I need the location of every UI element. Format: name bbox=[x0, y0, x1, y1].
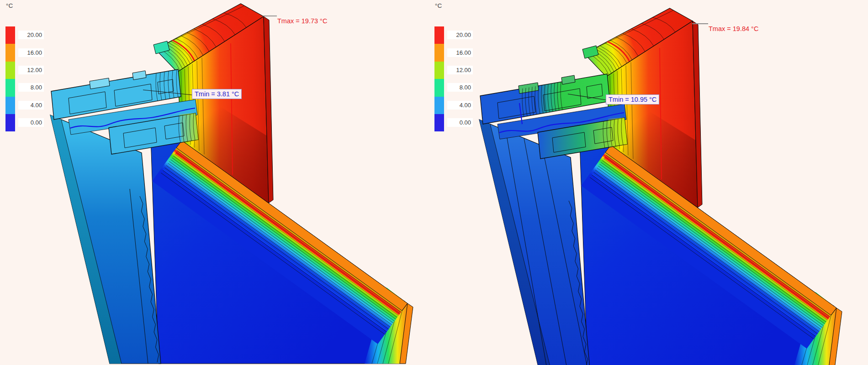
color-scale-segment bbox=[434, 26, 444, 44]
color-scale-value: 12.00 bbox=[447, 66, 473, 74]
simulation-panel-left: °C 20.0016.0012.008.004.000.00 Tmax = 19… bbox=[0, 0, 434, 365]
scene-root bbox=[479, 8, 842, 365]
color-scale-value: 0.00 bbox=[18, 118, 44, 127]
color-scale-value: 4.00 bbox=[447, 101, 473, 110]
color-scale-value: 12.00 bbox=[18, 66, 44, 74]
temperature-color-scale: 20.0016.0012.008.004.000.00 bbox=[434, 26, 494, 131]
simulation-panel-right: °C 20.0016.0012.008.004.000.00 Tmax = 19… bbox=[429, 0, 868, 365]
color-scale-value: 20.00 bbox=[18, 31, 44, 39]
color-scale-value: 20.00 bbox=[447, 31, 473, 39]
color-scale-segment bbox=[5, 44, 15, 61]
sash-warm-edge bbox=[179, 113, 198, 142]
color-scale-segment bbox=[434, 114, 444, 131]
color-scale-segment bbox=[434, 62, 444, 79]
tmax-annotation: Tmax = 19.84 °C bbox=[709, 25, 758, 33]
color-scale-value: 0.00 bbox=[447, 118, 473, 127]
thermal-comparison-stage: °C 20.0016.0012.008.004.000.00 Tmax = 19… bbox=[0, 0, 868, 365]
scene-root bbox=[50, 4, 413, 364]
color-scale-segment bbox=[5, 26, 15, 44]
tmin-annotation: Tmin = 10.95 °C bbox=[606, 94, 659, 104]
thermal-scene-right bbox=[429, 0, 868, 365]
legend-unit-label: °C bbox=[6, 2, 13, 9]
color-scale-segment bbox=[434, 44, 444, 61]
color-scale-value: 8.00 bbox=[18, 83, 44, 92]
color-scale-value: 16.00 bbox=[447, 48, 473, 57]
color-scale-segment bbox=[5, 62, 15, 79]
legend-unit-label: °C bbox=[435, 2, 442, 9]
thermal-scene-left bbox=[0, 0, 434, 365]
color-scale-segment bbox=[434, 79, 444, 96]
color-scale-segment bbox=[5, 114, 15, 131]
color-scale-value: 8.00 bbox=[447, 83, 473, 92]
color-scale-segment bbox=[5, 79, 15, 96]
temperature-color-scale: 20.0016.0012.008.004.000.00 bbox=[5, 26, 65, 131]
tmin-annotation: Tmin = 3.81 °C bbox=[192, 89, 242, 99]
tmax-annotation: Tmax = 19.73 °C bbox=[277, 17, 327, 25]
color-scale-value: 16.00 bbox=[18, 48, 44, 57]
color-scale-value: 4.00 bbox=[18, 101, 44, 110]
color-scale-segment bbox=[5, 97, 15, 114]
color-scale-segment bbox=[434, 97, 444, 114]
